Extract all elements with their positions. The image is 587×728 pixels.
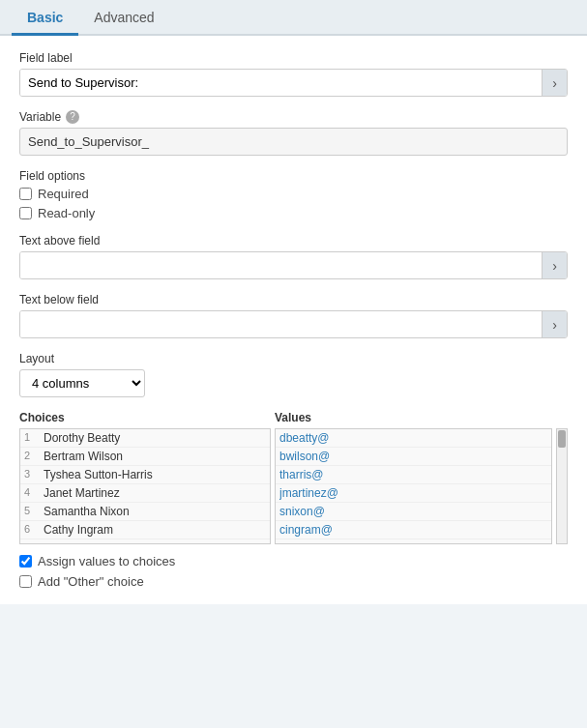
list-item[interactable]: dbeatty@ [276,429,551,448]
list-item[interactable]: 1Dorothy Beatty [20,429,270,448]
variable-input[interactable] [19,128,568,156]
list-item[interactable]: 5Samantha Nixon [20,503,270,521]
list-item[interactable]: 2Bertram Wilson [20,448,270,466]
choices-list[interactable]: 1Dorothy Beatty2Bertram Wilson3Tyshea Su… [19,428,271,544]
field-options-group: Field options Required Read-only [19,169,568,220]
tab-basic[interactable]: Basic [12,0,78,36]
tabs-bar: Basic Advanced [0,0,587,36]
field-label-arrow-btn[interactable]: › [542,70,567,96]
bottom-checkboxes: Assign values to choices Add "Other" cho… [19,554,568,589]
text-below-label: Text below field [19,293,568,306]
field-label-group: Field label › [19,51,568,97]
text-above-arrow-btn[interactable]: › [542,252,567,278]
add-other-checkbox-item[interactable]: Add "Other" choice [19,574,568,589]
tab-advanced[interactable]: Advanced [78,0,169,36]
required-checkbox[interactable] [19,188,32,200]
field-label-label: Field label [19,51,568,65]
layout-group: Layout 1 column 2 columns 3 columns 4 co… [19,352,568,397]
list-item[interactable]: 6Cathy Ingram [20,521,270,539]
list-item[interactable]: tharris@ [276,466,551,484]
field-label-input[interactable] [20,70,542,96]
list-item[interactable]: bwilson@ [276,448,551,466]
choices-col-header: Choices [19,411,271,424]
assign-values-checkbox[interactable] [19,555,32,568]
scroll-area[interactable] [556,428,568,544]
list-item[interactable]: 3Tyshea Sutton-Harris [20,466,270,484]
values-col-header: Values [275,411,311,424]
variable-group: Variable ? [19,110,568,156]
list-item[interactable]: jmartinez@ [276,484,551,503]
text-above-input[interactable] [20,252,542,278]
field-options-label: Field options [19,169,568,183]
list-item[interactable]: snixon@ [276,503,551,521]
list-item[interactable]: 4Janet Martinez [20,484,270,503]
tab-content: Field label › Variable ? Field options R… [0,36,587,604]
text-above-input-wrapper: › [19,251,568,279]
text-below-group: Text below field › [19,293,568,338]
list-item[interactable]: cingram@ [276,521,551,539]
text-below-arrow-btn[interactable]: › [542,311,567,337]
list-item[interactable]: 7Jackie Williams [20,539,270,544]
add-other-checkbox[interactable] [19,575,32,588]
readonly-checkbox-item[interactable]: Read-only [19,206,568,220]
layout-label: Layout [19,352,568,365]
choices-values-header: Choices Values [19,411,568,424]
field-options-checkboxes: Required Read-only [19,187,568,220]
readonly-checkbox[interactable] [19,207,32,219]
choices-values-container: 1Dorothy Beatty2Bertram Wilson3Tyshea Su… [19,428,568,544]
assign-values-checkbox-item[interactable]: Assign values to choices [19,554,568,568]
list-item[interactable]: jwilliams@ [276,539,551,544]
field-label-input-wrapper: › [19,69,568,97]
variable-help-icon[interactable]: ? [66,110,79,124]
scroll-thumb [558,430,566,448]
layout-select[interactable]: 1 column 2 columns 3 columns 4 columns 5… [19,369,145,397]
values-list[interactable]: dbeatty@bwilson@tharris@jmartinez@snixon… [275,428,552,544]
text-above-label: Text above field [19,234,568,248]
required-checkbox-item[interactable]: Required [19,187,568,201]
text-below-input[interactable] [20,311,542,337]
variable-label: Variable ? [19,110,568,124]
text-below-input-wrapper: › [19,310,568,338]
text-above-group: Text above field › [19,234,568,279]
